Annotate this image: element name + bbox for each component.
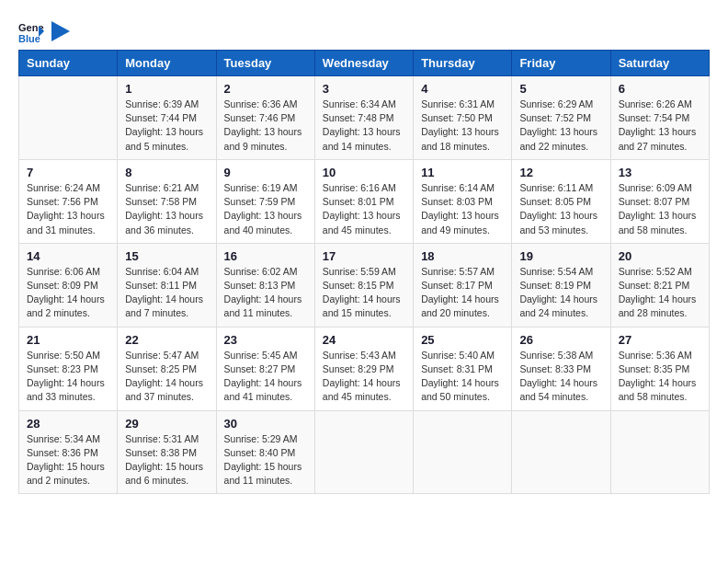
- cell-line: Sunrise: 6:36 AM: [224, 98, 307, 111]
- cell-line: and 33 minutes.: [27, 390, 109, 404]
- cell-content: Sunrise: 6:06 AMSunset: 8:09 PMDaylight:…: [27, 265, 109, 321]
- cell-line: Daylight: 14 hours: [27, 376, 109, 390]
- cell-line: Daylight: 13 hours: [224, 125, 307, 139]
- cell-line: Sunrise: 5:45 AM: [224, 349, 307, 362]
- calendar-cell: 26Sunrise: 5:38 AMSunset: 8:33 PMDayligh…: [512, 327, 610, 410]
- cell-content: Sunrise: 5:43 AMSunset: 8:29 PMDaylight:…: [323, 349, 405, 405]
- cell-line: Daylight: 14 hours: [519, 376, 602, 390]
- cell-line: Daylight: 13 hours: [323, 209, 405, 223]
- cell-line: Daylight: 14 hours: [619, 376, 701, 390]
- cell-line: Daylight: 13 hours: [125, 209, 208, 223]
- day-number: 22: [125, 333, 208, 347]
- cell-line: Daylight: 15 hours: [125, 460, 208, 474]
- cell-line: Daylight: 13 hours: [125, 125, 208, 139]
- cell-content: Sunrise: 6:14 AMSunset: 8:03 PMDaylight:…: [421, 181, 504, 237]
- cell-line: Sunset: 8:40 PM: [224, 446, 307, 460]
- day-number: 8: [125, 166, 208, 179]
- calendar-cell: [512, 410, 610, 494]
- day-number: 3: [323, 82, 405, 96]
- cell-content: Sunrise: 6:26 AMSunset: 7:54 PMDaylight:…: [619, 98, 701, 154]
- day-number: 4: [421, 82, 504, 96]
- day-number: 21: [27, 333, 109, 347]
- cell-line: Sunrise: 5:31 AM: [125, 432, 208, 446]
- cell-line: and 11 minutes.: [224, 474, 307, 488]
- calendar-cell: 15Sunrise: 6:04 AMSunset: 8:11 PMDayligh…: [118, 243, 216, 327]
- cell-line: Sunset: 8:19 PM: [519, 279, 602, 293]
- cell-line: Daylight: 14 hours: [125, 293, 208, 306]
- svg-marker-3: [51, 21, 70, 41]
- calendar-week-3: 14Sunrise: 6:06 AMSunset: 8:09 PMDayligh…: [19, 243, 710, 327]
- cell-content: Sunrise: 6:36 AMSunset: 7:46 PMDaylight:…: [224, 98, 307, 154]
- cell-line: Sunrise: 5:29 AM: [224, 432, 307, 446]
- logo-icon: General Blue: [18, 18, 44, 44]
- cell-line: Sunset: 8:13 PM: [224, 279, 307, 293]
- calendar-week-4: 21Sunrise: 5:50 AMSunset: 8:23 PMDayligh…: [19, 327, 710, 410]
- logo-arrow-icon: [51, 21, 70, 41]
- calendar-header: SundayMondayTuesdayWednesdayThursdayFrid…: [19, 51, 710, 76]
- cell-line: and 7 minutes.: [125, 306, 208, 320]
- svg-text:Blue: Blue: [18, 33, 40, 44]
- cell-line: Sunrise: 5:36 AM: [619, 349, 701, 362]
- calendar-week-1: 1Sunrise: 6:39 AMSunset: 7:44 PMDaylight…: [19, 76, 710, 160]
- cell-line: Sunrise: 6:02 AM: [224, 265, 307, 279]
- cell-line: Sunrise: 5:52 AM: [619, 265, 701, 279]
- cell-line: Sunset: 8:33 PM: [519, 362, 602, 376]
- day-number: 1: [125, 82, 208, 96]
- cell-line: Daylight: 14 hours: [619, 293, 701, 306]
- cell-line: Sunrise: 5:54 AM: [519, 265, 602, 279]
- day-number: 12: [519, 166, 602, 179]
- day-number: 27: [619, 333, 701, 347]
- calendar-cell: 5Sunrise: 6:29 AMSunset: 7:52 PMDaylight…: [512, 76, 610, 160]
- cell-line: Sunrise: 6:29 AM: [519, 98, 602, 111]
- weekday-header-thursday: Thursday: [414, 51, 512, 76]
- calendar-cell: 8Sunrise: 6:21 AMSunset: 7:58 PMDaylight…: [118, 159, 216, 243]
- cell-line: and 5 minutes.: [125, 140, 208, 154]
- calendar-cell: 4Sunrise: 6:31 AMSunset: 7:50 PMDaylight…: [414, 76, 512, 160]
- day-number: 29: [125, 417, 208, 431]
- cell-content: Sunrise: 5:34 AMSunset: 8:36 PMDaylight:…: [27, 432, 109, 488]
- day-number: 2: [224, 82, 307, 96]
- calendar-cell: 21Sunrise: 5:50 AMSunset: 8:23 PMDayligh…: [19, 327, 118, 410]
- cell-line: and 9 minutes.: [224, 140, 307, 154]
- cell-line: and 50 minutes.: [421, 390, 504, 404]
- cell-content: Sunrise: 6:39 AMSunset: 7:44 PMDaylight:…: [125, 98, 208, 154]
- cell-line: Daylight: 13 hours: [619, 209, 701, 223]
- day-number: 19: [519, 249, 602, 263]
- cell-line: Sunset: 8:27 PM: [224, 362, 307, 376]
- calendar-cell: 14Sunrise: 6:06 AMSunset: 8:09 PMDayligh…: [19, 243, 118, 327]
- calendar-cell: 30Sunrise: 5:29 AMSunset: 8:40 PMDayligh…: [216, 410, 314, 494]
- cell-line: and 45 minutes.: [323, 390, 405, 404]
- calendar-cell: 2Sunrise: 6:36 AMSunset: 7:46 PMDaylight…: [216, 76, 314, 160]
- cell-line: and 49 minutes.: [421, 224, 504, 237]
- cell-content: Sunrise: 5:31 AMSunset: 8:38 PMDaylight:…: [125, 432, 208, 488]
- cell-line: Daylight: 13 hours: [519, 209, 602, 223]
- calendar-cell: 20Sunrise: 5:52 AMSunset: 8:21 PMDayligh…: [610, 243, 709, 327]
- cell-line: Sunset: 8:15 PM: [323, 279, 405, 293]
- cell-content: Sunrise: 6:34 AMSunset: 7:48 PMDaylight:…: [323, 98, 405, 154]
- cell-line: Daylight: 14 hours: [125, 376, 208, 390]
- cell-line: Sunrise: 5:34 AM: [27, 432, 109, 446]
- cell-line: and 58 minutes.: [619, 390, 701, 404]
- logo: General Blue: [18, 18, 70, 44]
- cell-content: Sunrise: 6:19 AMSunset: 7:59 PMDaylight:…: [224, 181, 307, 237]
- calendar-cell: [414, 410, 512, 494]
- cell-line: Daylight: 13 hours: [27, 209, 109, 223]
- calendar-cell: 10Sunrise: 6:16 AMSunset: 8:01 PMDayligh…: [314, 159, 413, 243]
- cell-line: and 14 minutes.: [323, 140, 405, 154]
- calendar-cell: 6Sunrise: 6:26 AMSunset: 7:54 PMDaylight…: [610, 76, 709, 160]
- calendar-cell: [19, 76, 118, 160]
- cell-line: Sunset: 8:31 PM: [421, 362, 504, 376]
- cell-line: Sunset: 7:59 PM: [224, 195, 307, 209]
- calendar-cell: 12Sunrise: 6:11 AMSunset: 8:05 PMDayligh…: [512, 159, 610, 243]
- cell-line: and 18 minutes.: [421, 140, 504, 154]
- cell-line: Sunset: 8:36 PM: [27, 446, 109, 460]
- cell-content: Sunrise: 5:50 AMSunset: 8:23 PMDaylight:…: [27, 349, 109, 405]
- calendar-cell: 7Sunrise: 6:24 AMSunset: 7:56 PMDaylight…: [19, 159, 118, 243]
- calendar-week-5: 28Sunrise: 5:34 AMSunset: 8:36 PMDayligh…: [19, 410, 710, 494]
- cell-line: and 36 minutes.: [125, 224, 208, 237]
- cell-line: Sunset: 8:23 PM: [27, 362, 109, 376]
- day-number: 30: [224, 417, 307, 431]
- day-number: 17: [323, 249, 405, 263]
- day-number: 18: [421, 249, 504, 263]
- cell-line: Daylight: 14 hours: [323, 376, 405, 390]
